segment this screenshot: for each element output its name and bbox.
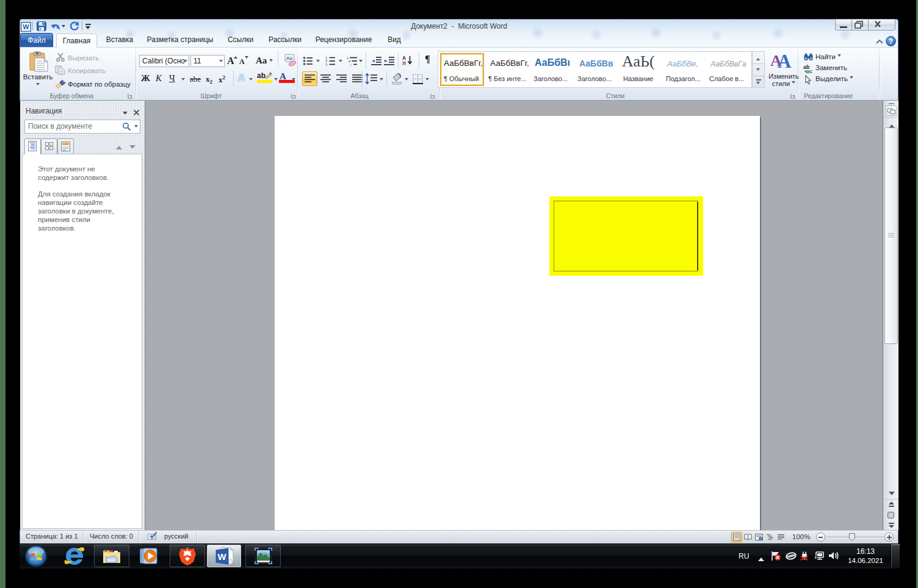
svg-text:3: 3 (325, 63, 328, 66)
svg-text:Я: Я (402, 60, 406, 66)
svg-text:Аа: Аа (286, 56, 292, 61)
svg-text:ac: ac (806, 68, 812, 73)
svg-text:W: W (218, 551, 227, 562)
svg-text:i: i (350, 63, 351, 66)
